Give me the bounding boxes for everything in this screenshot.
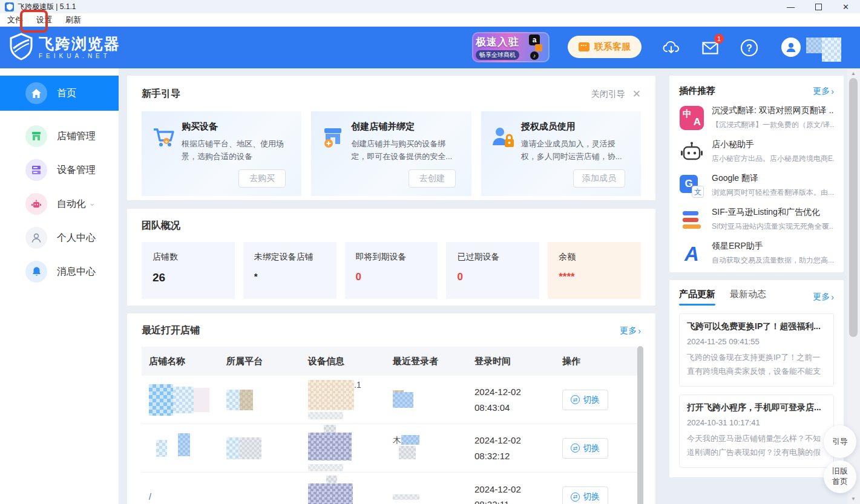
right-panel: 插件推荐 更多 › 中A 沉浸式翻译: 双语对照网页翻译 ... 【沉浸式翻译】…	[669, 68, 844, 477]
svg-text:⚭: ⚭	[165, 139, 169, 145]
username-redacted	[806, 35, 859, 62]
guide-section-title: 新手引导	[142, 88, 180, 100]
guide-float-button[interactable]: 引导	[824, 425, 856, 458]
col-login-time: 登录时间	[474, 356, 562, 367]
sidebar-item-message-center[interactable]: 消息中心 ⌄	[0, 255, 119, 289]
news-item[interactable]: 飞跨可以免费更换IP了！超强福利... 2024-11-25 09:41:55 …	[679, 313, 834, 387]
scroll-down-icon[interactable]: ▼	[851, 496, 856, 502]
sidebar-item-personal-center[interactable]: 个人中心 ⌄	[0, 221, 119, 255]
go-create-button[interactable]: 去创建	[409, 169, 456, 188]
chevron-down-icon: ⌄	[88, 198, 96, 208]
close-icon[interactable]: ✕	[842, 3, 849, 11]
plugin-desc: 浏览网页时可轻松查看翻译版本。由...	[712, 188, 834, 198]
maximize-icon[interactable]	[815, 4, 822, 10]
news-title: 飞跨可以免费更换IP了！超强福利...	[687, 321, 826, 332]
guide-float-label: 引导	[832, 437, 848, 447]
home-icon	[25, 82, 47, 104]
sidebar-item-shop-management[interactable]: 店铺管理 ⌄	[0, 119, 119, 153]
table-row: .1 2024-12-02 08:43:04 ⇄ 切换	[142, 376, 637, 424]
promo-banner[interactable]: 极速入驻 畅享全球商机 a ♪	[472, 32, 550, 62]
platform-redacted	[226, 390, 308, 410]
mail-badge: 1	[714, 34, 724, 44]
plugin-desc: Sif对亚马逊站内流量实现无死角全覆...	[712, 221, 834, 232]
shop-name-redacted	[142, 440, 226, 457]
close-guide-link[interactable]: 关闭引导	[591, 89, 625, 100]
plugin-item-sif[interactable]: SIF-亚马逊Listing和广告优化 Sif对亚马逊站内流量实现无死角全覆..…	[679, 207, 834, 232]
member-lock-icon	[490, 121, 521, 189]
menu-settings[interactable]: 设置	[34, 15, 54, 25]
plugin-title: SIF-亚马逊Listing和广告优化	[712, 207, 834, 218]
plugin-item-dianxiaomi[interactable]: 店小秘助手 店小秘官方出品。店小秘是跨境电商E...	[679, 139, 834, 165]
plugin-title: 店小秘助手	[712, 139, 834, 150]
platform-redacted	[226, 437, 308, 459]
stat-value: *	[254, 271, 326, 281]
app-logo-icon	[5, 2, 14, 11]
cloud-download-icon[interactable]	[661, 38, 681, 58]
news-more-link[interactable]: 更多 ›	[813, 292, 834, 303]
scroll-up-icon[interactable]: ▲	[851, 71, 856, 76]
close-guide-x-icon[interactable]: ✕	[632, 88, 641, 100]
chat-icon	[579, 42, 589, 51]
news-title: 打开飞跨小程序，手机即可登录店...	[687, 402, 826, 413]
switch-button[interactable]: ⇄ 切换	[562, 390, 608, 410]
sidebar-item-label: 首页	[57, 87, 76, 100]
table-scrollbar[interactable]	[637, 346, 643, 504]
stat-label: 店铺数	[153, 252, 224, 263]
stat-shop-count: 店铺数 26	[142, 242, 235, 299]
menu-refresh[interactable]: 刷新	[63, 15, 84, 25]
tab-latest-news[interactable]: 最新动态	[730, 289, 766, 306]
plugin-item-google-translate[interactable]: G文 Google 翻译 浏览网页时可轻松查看翻译版本。由...	[679, 173, 834, 198]
table-row: 木 2024-12-02 08:32:12 ⇄ 切换	[142, 424, 637, 473]
help-icon[interactable]: ?	[739, 38, 760, 58]
switch-button[interactable]: ⇄ 切换	[562, 438, 608, 459]
switch-label: 切换	[583, 443, 600, 454]
table-row: / 2024-12-02 08:32:11 ⇄ 切换	[142, 473, 637, 504]
switch-icon: ⇄	[571, 443, 580, 453]
col-platform: 所属平台	[226, 356, 308, 367]
bell-icon	[25, 261, 47, 283]
plugin-desc: 自动获取交易及流量数据，助力您高...	[712, 255, 834, 266]
login-time: 2024-12-02 08:32:12	[474, 433, 541, 463]
plugin-item-immersive-translate[interactable]: 中A 沉浸式翻译: 双语对照网页翻译 ... 【沉浸式翻译】一款免费的（原文/译…	[679, 105, 834, 131]
guide-card-title: 购买设备	[182, 121, 290, 133]
sidebar-item-automation[interactable]: 自动化 ⌄	[0, 187, 119, 221]
main-content: 新手引导 关闭引导 ✕ ⚭ 购买设备 根据店铺平台、地区、使用场景，选购合适的设…	[127, 68, 655, 504]
sidebar-item-home[interactable]: 首页	[0, 76, 119, 111]
sidebar-item-device-management[interactable]: 设备管理	[0, 153, 119, 187]
add-member-button[interactable]: 添加成员	[573, 169, 625, 188]
news-item[interactable]: 打开飞跨小程序，手机即可登录店... 2024-10-31 10:17:41 今…	[679, 394, 834, 468]
plugin-title: 领星ERP助手	[712, 241, 834, 252]
old-home-label-1: 旧版	[832, 466, 848, 477]
plugin-desc: 【沉浸式翻译】一款免费的（原文/译...	[712, 120, 834, 130]
login-user-redacted	[393, 390, 474, 410]
switch-label: 切换	[583, 491, 600, 502]
plugin-item-lingxing-erp[interactable]: A 领星ERP助手 自动获取交易及流量数据，助力您高...	[679, 241, 834, 266]
stat-value: ****	[559, 271, 630, 283]
scrollbar-thumb[interactable]	[849, 78, 858, 337]
promo-platform-icons: a ♪	[520, 34, 541, 60]
tab-product-updates[interactable]: 产品更新	[679, 289, 715, 306]
device-info-redacted: .1	[308, 380, 393, 419]
old-home-float-button[interactable]: 旧版 首页	[824, 460, 856, 493]
promo-line2: 畅享全球商机	[476, 50, 519, 60]
col-actions: 操作	[562, 356, 635, 367]
contact-support-button[interactable]: 联系客服	[568, 36, 642, 58]
avatar[interactable]	[781, 38, 801, 57]
mail-icon[interactable]: 1	[700, 38, 720, 58]
go-buy-button[interactable]: 去购买	[238, 169, 286, 188]
login-time: 2024-12-02 08:43:04	[474, 384, 541, 415]
recent-more-link[interactable]: 更多 ›	[620, 326, 641, 336]
immersive-translate-icon: 中A	[680, 106, 704, 130]
logo-title: 飞跨浏览器	[39, 36, 120, 53]
plugins-more-link[interactable]: 更多 ›	[813, 86, 834, 97]
lingxing-a-icon: A	[684, 244, 699, 264]
minimize-icon[interactable]: —	[787, 3, 795, 11]
device-suffix: .1	[354, 380, 361, 390]
login-user-redacted: 木	[393, 435, 474, 461]
switch-button[interactable]: ⇄ 切换	[562, 486, 608, 504]
more-label: 更多	[813, 292, 830, 303]
chevron-right-icon: ›	[831, 87, 834, 96]
menu-file[interactable]: 文件	[5, 15, 25, 25]
switch-label: 切换	[583, 394, 600, 405]
col-last-login-user: 最近登录者	[393, 356, 474, 367]
